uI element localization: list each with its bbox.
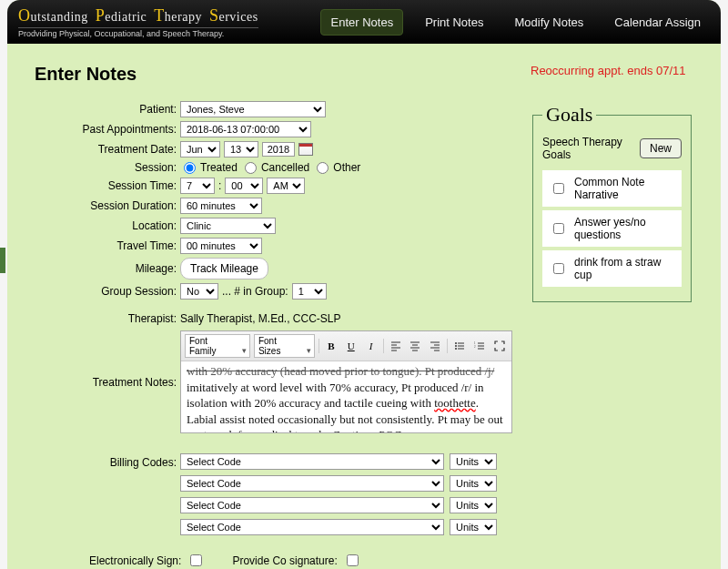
svg-point-0 (455, 342, 457, 344)
goal-label: Common Note Narrative (574, 176, 674, 201)
num-in-group-select[interactable]: 1 (292, 283, 327, 300)
goal-label: Answer yes/no questions (574, 216, 674, 241)
billing-block: Billing Codes: Select Code Units Select … (35, 453, 512, 537)
form-grid: Patient: Jones, Steve Past Appointments:… (35, 101, 512, 300)
patient-select[interactable]: Jones, Steve (180, 101, 326, 117)
label-billing-codes: Billing Codes: (35, 456, 180, 469)
content-area: Enter Notes Patient: Jones, Steve Past A… (7, 44, 721, 569)
main-nav: Enter Notes Print Notes Modify Notes Cal… (320, 9, 710, 36)
goal-checkbox[interactable] (553, 263, 564, 274)
label-past-appointments: Past Appointments: (35, 123, 180, 136)
goals-header: Speech Therapy Goals New (542, 136, 682, 161)
align-left-button[interactable] (388, 338, 404, 354)
italic-button[interactable]: I (363, 338, 379, 354)
billing-units-select-1[interactable]: Units (450, 453, 497, 470)
fullscreen-button[interactable] (491, 338, 508, 354)
align-center-button[interactable] (408, 338, 424, 354)
session-radio-group: Treated Cancelled Other (180, 161, 512, 174)
nav-calendar-assign[interactable]: Calendar Assign (605, 10, 710, 35)
label-group-session: Group Session: (35, 285, 180, 298)
label-session: Session: (35, 161, 180, 174)
rich-text-editor: Font Family Font Sizes B U I 12 (180, 330, 512, 433)
editor-spellerr-word: toothette (434, 396, 476, 410)
nav-print-notes[interactable]: Print Notes (416, 10, 492, 35)
label-mileage: Mileage: (35, 262, 180, 275)
nav-enter-notes[interactable]: Enter Notes (320, 9, 403, 36)
main-column: Enter Notes Patient: Jones, Steve Past A… (35, 64, 512, 569)
svg-point-1 (455, 345, 457, 347)
goal-item[interactable]: Answer yes/no questions (542, 210, 682, 247)
goal-checkbox[interactable] (553, 183, 564, 194)
numbered-list-button[interactable]: 12 (471, 338, 488, 354)
past-appointments-select[interactable]: 2018-06-13 07:00:00 (180, 121, 311, 137)
goal-item[interactable]: Common Note Narrative (542, 170, 682, 207)
toolbar-separator (383, 339, 384, 353)
date-day-select[interactable]: 13 (224, 141, 258, 157)
track-mileage-button[interactable]: Track Mileage (180, 258, 268, 279)
travel-time-select[interactable]: 00 minutes (180, 238, 262, 254)
billing-code-select-4[interactable]: Select Code (180, 519, 444, 535)
billing-code-select-1[interactable]: Select Code (180, 453, 444, 470)
label-treatment-date: Treatment Date: (35, 143, 180, 156)
billing-units-select-2[interactable]: Units (450, 475, 497, 492)
time-colon: : (218, 179, 221, 192)
cosign-checkbox[interactable] (347, 554, 359, 566)
session-cancelled-label: Cancelled (261, 161, 309, 174)
location-select[interactable]: Clinic (180, 218, 276, 234)
bold-button[interactable]: B (323, 338, 339, 354)
goals-new-button[interactable]: New (640, 138, 682, 158)
esign-checkbox[interactable] (190, 554, 202, 566)
editor-body[interactable]: with 20% accuracy (head moved prior to t… (181, 361, 511, 432)
underline-button[interactable]: U (343, 338, 359, 354)
billing-units-select-3[interactable]: Units (450, 497, 497, 513)
nav-modify-notes[interactable]: Modify Notes (505, 10, 592, 35)
group-session-select[interactable]: No (180, 283, 218, 300)
page-container: Outstanding Pediatric Therapy Services P… (7, 0, 721, 569)
label-cosign: Provide Co signature: (232, 554, 337, 567)
signature-row: Electronically Sign: Provide Co signatur… (35, 552, 512, 569)
session-treated-label: Treated (200, 161, 238, 174)
billing-units-select-4[interactable]: Units (450, 519, 497, 535)
date-year-input[interactable] (262, 142, 295, 157)
time-min-select[interactable]: 00 (225, 178, 263, 194)
editor-toolbar: Font Family Font Sizes B U I 12 (181, 331, 511, 361)
svg-text:2: 2 (474, 345, 476, 349)
font-sizes-dropdown[interactable]: Font Sizes (254, 334, 315, 358)
top-bar: Outstanding Pediatric Therapy Services P… (7, 0, 721, 44)
toolbar-separator (447, 339, 448, 353)
session-cancelled-radio[interactable] (245, 162, 257, 174)
time-ampm-select[interactable]: AM (267, 178, 305, 194)
left-accent-bar (0, 248, 5, 273)
label-num-in-group: ... # in Group: (222, 285, 288, 298)
svg-point-2 (455, 348, 457, 350)
therapist-name: Sally Therapist, M.Ed., CCC-SLP (180, 312, 512, 325)
billing-code-select-2[interactable]: Select Code (180, 475, 444, 492)
session-other-label: Other (333, 161, 360, 174)
session-treated-radio[interactable] (184, 162, 196, 174)
font-family-dropdown[interactable]: Font Family (185, 334, 250, 358)
goal-item[interactable]: drink from a straw cup (542, 250, 682, 287)
label-esign: Electronically Sign: (89, 554, 181, 567)
calendar-icon[interactable] (298, 143, 313, 156)
brand: Outstanding Pediatric Therapy Services P… (18, 6, 258, 38)
side-column: Reoccurring appt. ends 07/11 Goals Speec… (531, 64, 693, 569)
duration-select[interactable]: 60 minutes (180, 198, 262, 214)
brand-title: Outstanding Pediatric Therapy Services (18, 6, 258, 25)
date-month-select[interactable]: Jun (180, 141, 220, 157)
brand-subtitle: Prodviding Physical, Occupational, and S… (18, 27, 258, 38)
page-title: Enter Notes (35, 64, 512, 85)
label-location: Location: (35, 219, 180, 232)
session-other-radio[interactable] (317, 162, 329, 174)
editor-struck-line: with 20% accuracy (head moved prior to t… (187, 363, 506, 380)
align-right-button[interactable] (427, 338, 443, 354)
goal-label: drink from a straw cup (574, 256, 674, 281)
reoccur-text: Reoccurring appt. ends 07/11 (531, 64, 693, 77)
label-session-duration: Session Duration: (35, 199, 180, 212)
label-patient: Patient: (35, 103, 180, 116)
billing-code-select-3[interactable]: Select Code (180, 497, 444, 513)
bullet-list-button[interactable] (451, 338, 468, 354)
goal-checkbox[interactable] (553, 223, 564, 234)
label-treatment-notes: Treatment Notes: (35, 376, 180, 389)
label-travel-time: Travel Time: (35, 239, 180, 252)
time-hour-select[interactable]: 7 (180, 178, 215, 194)
